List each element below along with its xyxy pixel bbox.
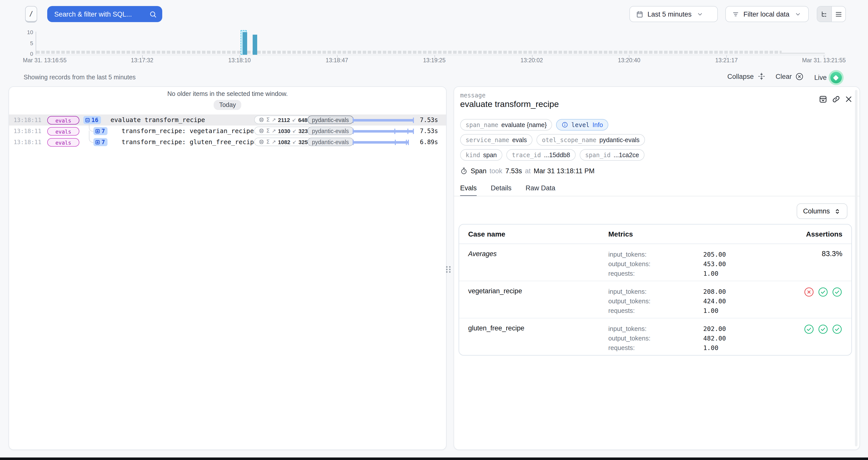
env-badge[interactable]: evals — [47, 138, 80, 146]
trace-row[interactable]: 13:18:11evals16evaluate transform_recipe… — [9, 114, 446, 126]
metric-value: 1.00 — [703, 343, 779, 353]
attribute-pill-kind[interactable]: kindspan — [460, 149, 502, 161]
clear-label: Clear — [776, 73, 792, 80]
chevron-down-icon — [795, 11, 801, 17]
arrow-down-left-icon: ↙ — [292, 117, 296, 123]
attribute-value: Info — [592, 121, 603, 128]
close-icon[interactable] — [844, 95, 853, 103]
x-axis-tick — [240, 55, 240, 58]
search-input[interactable]: Search & filter with SQL... — [47, 6, 162, 22]
view-mode-toggle — [817, 6, 846, 22]
metric-label: requests: — [608, 269, 703, 278]
output-tokens-count: 648 — [298, 117, 307, 123]
tab-raw-data[interactable]: Raw Data — [526, 184, 556, 196]
arrow-up-right-icon: ↗ — [272, 128, 276, 134]
metric-labels: input_tokens:output_tokens:requests: — [608, 287, 703, 316]
live-toggle[interactable]: Live — [814, 72, 842, 84]
assertion-fail-icon — [804, 287, 814, 297]
metric-label: requests: — [608, 343, 703, 353]
attribute-key: service_name — [466, 136, 509, 143]
panel-resize-handle[interactable] — [446, 266, 452, 275]
span-name: transform_recipe: gluten_free_recipe — [122, 137, 258, 147]
span-name: transform_recipe: vegetarian_recipe — [122, 126, 254, 137]
assertion-pass-icon — [804, 324, 814, 334]
tree-view-toggle[interactable] — [817, 6, 831, 22]
filter-local-data-button[interactable]: Filter local data — [725, 6, 809, 22]
attribute-pill-span_id[interactable]: span_id...1ca2ce — [580, 149, 645, 161]
x-axis-tick — [337, 55, 337, 58]
input-tokens-count: 1030 — [278, 128, 290, 134]
chevron-down-icon — [697, 11, 703, 17]
x-axis-tick — [142, 55, 143, 58]
up-down-chevrons-icon — [834, 208, 841, 215]
timeline-bar[interactable] — [252, 34, 257, 55]
stopwatch-icon — [460, 167, 468, 175]
attribute-key: kind — [466, 152, 480, 158]
attribute-pill-trace_id[interactable]: trace_id...15ddb8 — [506, 149, 576, 161]
day-separator: Today — [214, 100, 242, 110]
trace-row[interactable]: 13:18:11evals7transform_recipe: gluten_f… — [9, 137, 446, 147]
case-name: vegetarian_recipe — [468, 287, 608, 316]
input-tokens-count: 2112 — [278, 117, 290, 123]
slash-shortcut-key: / — [25, 6, 37, 23]
attribute-pill-level[interactable]: levelInfo — [556, 119, 609, 131]
trace-timestamp: 13:18:11 — [13, 137, 44, 147]
attribute-value: pydantic-evals — [599, 136, 640, 143]
header-assertions: Assertions — [806, 230, 842, 238]
attribute-value: ...15ddb8 — [544, 152, 570, 158]
copy-link-icon[interactable] — [832, 95, 840, 103]
metric-value: 482.00 — [703, 333, 779, 343]
time-range-button[interactable]: Last 5 minutes — [629, 6, 718, 22]
time-range-label: Last 5 minutes — [648, 10, 692, 18]
calendar-icon — [636, 10, 644, 18]
attribute-tags: span_nameevaluate {name}levelInfoservice… — [460, 119, 645, 161]
panel-scrollbar[interactable] — [855, 90, 858, 447]
tab-evals[interactable]: Evals — [460, 184, 477, 196]
expand-panel-icon[interactable] — [819, 95, 827, 103]
attribute-pill-span_name[interactable]: span_nameevaluate {name} — [460, 119, 552, 131]
input-tokens-count: 1082 — [278, 139, 290, 145]
attribute-value: evals — [512, 136, 527, 143]
columns-button[interactable]: Columns — [797, 203, 847, 219]
metric-value: 453.00 — [703, 259, 779, 269]
collapse-button[interactable]: Collapse — [727, 72, 765, 80]
arrow-down-left-icon: ↙ — [292, 139, 297, 144]
timeline-x-axis — [36, 55, 826, 55]
span-count-badge[interactable]: 7 — [93, 138, 107, 146]
duration-label: 7.53s — [407, 126, 438, 137]
assertion-pass-icon — [818, 287, 828, 297]
message-kind-label: message — [460, 92, 486, 99]
timeline-bar[interactable] — [243, 32, 247, 55]
duration-bar-tick — [394, 128, 395, 134]
tabs-divider — [454, 196, 860, 196]
collapse-label: Collapse — [727, 72, 754, 80]
attribute-pill-otel_scope_name[interactable]: otel_scope_namepydantic-evals — [536, 134, 645, 145]
env-badge[interactable]: evals — [47, 116, 80, 125]
filter-label: Filter local data — [743, 10, 789, 18]
summary-span-word: Span — [471, 167, 487, 175]
output-tokens-count: 325 — [299, 139, 308, 145]
metric-value: 202.00 — [703, 324, 779, 333]
list-view-toggle[interactable] — [831, 6, 845, 22]
summary-took-word: took — [490, 167, 502, 175]
metric-value: 208.00 — [703, 287, 779, 296]
expand-children-icon — [95, 140, 100, 145]
y-axis-label: 5 — [18, 40, 33, 46]
tab-details[interactable]: Details — [491, 184, 512, 196]
summary-timestamp: Mar 31 13:18:11 PM — [534, 167, 595, 175]
evals-table-header: Case nameMetricsAssertions — [459, 225, 851, 244]
env-badge[interactable]: evals — [47, 127, 80, 136]
header-case-name: Case name — [468, 230, 608, 238]
attribute-pill-service_name[interactable]: service_nameevals — [460, 134, 532, 145]
list-view-icon — [835, 10, 842, 18]
trace-row[interactable]: 13:18:11evals7transform_recipe: vegetari… — [9, 126, 446, 137]
duration-bar-tick — [406, 139, 407, 145]
tokens-icon — [259, 139, 264, 144]
eval-case-row: gluten_free_recipeinput_tokens:output_to… — [459, 318, 851, 355]
child-span-count: 7 — [101, 139, 105, 145]
clear-button[interactable]: Clear — [776, 72, 804, 81]
span-name: evaluate transform_recipe — [111, 114, 205, 126]
sigma-icon: Σ — [266, 117, 270, 123]
assertions-cell — [804, 287, 842, 297]
span-detail-panel: message evaluate transform_recipe span_n… — [454, 86, 860, 450]
